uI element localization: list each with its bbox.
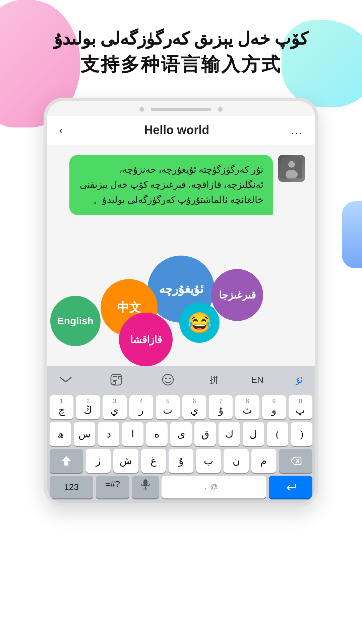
- key-ك[interactable]: ك: [219, 422, 240, 446]
- keyboard-row-3: زشغۇبنم: [50, 449, 312, 473]
- num-toggle-button[interactable]: 123: [50, 476, 93, 498]
- key-([interactable]: (: [267, 422, 288, 446]
- key-ۇ[interactable]: 7ۇ: [209, 395, 233, 419]
- key-ر[interactable]: 4ر: [129, 395, 153, 419]
- lang-bubble-kazakh[interactable]: قازاقشا: [119, 313, 173, 366]
- sym-toggle-button[interactable]: =#?: [96, 476, 129, 498]
- key-ە[interactable]: ە: [146, 422, 168, 446]
- mic-button[interactable]: [132, 476, 159, 498]
- phone-mockup: ‹ Hello world ... نۇر كەرگۈزگۈچتە ئۇيغۇر…: [44, 98, 318, 506]
- message-wrapper: نۇر كەرگۈزگۈچتە ئۇيغۇرچە، خەنزۇچە، ئەنگل…: [69, 155, 305, 215]
- header-uyghur-text: كۆپ خەل يېزىق كەرگۈزگەلى بولىدۇ: [20, 27, 342, 51]
- language-bubbles-area: ئۇيغۇرچە中文Englishقىرغىزجاقازاقشا😂: [47, 252, 315, 366]
- lang-bubble-emoji[interactable]: 😂: [179, 303, 220, 343]
- svg-point-1: [288, 161, 295, 168]
- svg-rect-4: [113, 376, 117, 380]
- chat-title: Hello world: [144, 123, 209, 137]
- lang-bubble-english[interactable]: English: [50, 296, 101, 346]
- key-پ[interactable]: 0پ: [289, 395, 312, 419]
- back-button[interactable]: ‹: [59, 124, 63, 137]
- header-section: كۆپ خەل يېزىق كەرگۈزگەلى بولىدۇ 支持多种语言输入…: [0, 0, 362, 91]
- header-chinese-text: 支持多种语言输入方式: [20, 51, 342, 77]
- key-م[interactable]: م: [251, 449, 276, 473]
- svg-rect-6: [113, 382, 116, 384]
- return-key[interactable]: [269, 476, 312, 498]
- key-ي[interactable]: 6ي: [182, 395, 206, 419]
- key-د[interactable]: د: [98, 422, 119, 446]
- sticker-button[interactable]: [107, 370, 126, 389]
- key-ت[interactable]: 5ت: [156, 395, 180, 419]
- key-ز[interactable]: ز: [86, 449, 111, 473]
- comma-label: ،: [204, 483, 207, 491]
- delete-key[interactable]: [279, 449, 312, 473]
- avatar-placeholder: [278, 155, 305, 182]
- phone-notch: [151, 108, 211, 111]
- keyboard-collapse-button[interactable]: [57, 373, 74, 386]
- english-input-button[interactable]: EN: [251, 375, 263, 385]
- more-button[interactable]: ...: [291, 123, 303, 137]
- shift-key[interactable]: [50, 449, 83, 473]
- avatar: [278, 155, 305, 182]
- chat-header: ‹ Hello world ...: [47, 116, 315, 145]
- key-غ[interactable]: غ: [141, 449, 166, 473]
- message-bubble: نۇر كەرگۈزگۈچتە ئۇيغۇرچە، خەنزۇچە، ئەنگل…: [69, 155, 273, 215]
- keyboard-toolbar: 拼 EN ئۇ·: [47, 366, 315, 393]
- uyghur-input-button[interactable]: ئۇ·: [296, 375, 305, 385]
- key-ا[interactable]: ا: [122, 422, 143, 446]
- space-key[interactable]: ، @ .: [162, 476, 266, 498]
- key-ڭ[interactable]: 2ڭ: [76, 395, 100, 419]
- dot-label: .: [221, 483, 223, 491]
- key-و[interactable]: 9و: [262, 395, 286, 419]
- keyboard-row-2: ھسداەىقكل(): [50, 422, 312, 446]
- phone-dot-right: [218, 107, 223, 112]
- key-ث[interactable]: 8ث: [235, 395, 259, 419]
- keyboard-row-1: 1چ2ڭ3ي4ر5ت6ي7ۇ8ث9و0پ: [50, 395, 312, 419]
- keyboard-row-bottom: 123 =#? ، @ .: [50, 476, 312, 498]
- key-ن[interactable]: ن: [224, 449, 248, 473]
- key-چ[interactable]: 1چ: [50, 395, 73, 419]
- key-ب[interactable]: ب: [196, 449, 221, 473]
- key-ل[interactable]: ل: [243, 422, 264, 446]
- phone-dot-left: [139, 107, 144, 112]
- svg-point-8: [165, 378, 167, 379]
- pinyin-button[interactable]: 拼: [210, 374, 219, 386]
- phone-container: ‹ Hello world ... نۇر كەرگۈزگۈچتە ئۇيغۇر…: [0, 91, 362, 506]
- at-label: @: [210, 483, 218, 491]
- key-ي[interactable]: 3ي: [103, 395, 126, 419]
- svg-rect-12: [143, 479, 147, 486]
- key-ۇ[interactable]: ۇ: [169, 449, 193, 473]
- key-ھ[interactable]: ھ: [50, 422, 71, 446]
- svg-point-9: [169, 378, 171, 379]
- keyboard-section: 1چ2ڭ3ي4ر5ت6ي7ۇ8ث9و0پ ھسداەىقكل() زشغۇبنم…: [47, 393, 315, 503]
- message-text: نۇر كەرگۈزگۈچتە ئۇيغۇرچە، خەنزۇچە، ئەنگل…: [79, 162, 263, 207]
- key-ش[interactable]: ش: [113, 449, 138, 473]
- phone-top-bar: [47, 101, 315, 116]
- lang-bubble-kyrgyz[interactable]: قىرغىزجا: [211, 269, 263, 321]
- key-ى[interactable]: ى: [170, 422, 192, 446]
- emoji-button[interactable]: [159, 370, 177, 389]
- key-)[interactable]: ): [291, 422, 312, 446]
- svg-rect-5: [118, 376, 121, 379]
- svg-point-7: [163, 374, 173, 385]
- key-س[interactable]: س: [74, 422, 95, 446]
- key-ق[interactable]: ق: [194, 422, 216, 446]
- svg-rect-3: [111, 374, 122, 385]
- chat-messages-area: نۇر كەرگۈزگۈچتە ئۇيغۇرچە، خەنزۇچە، ئەنگل…: [47, 145, 315, 252]
